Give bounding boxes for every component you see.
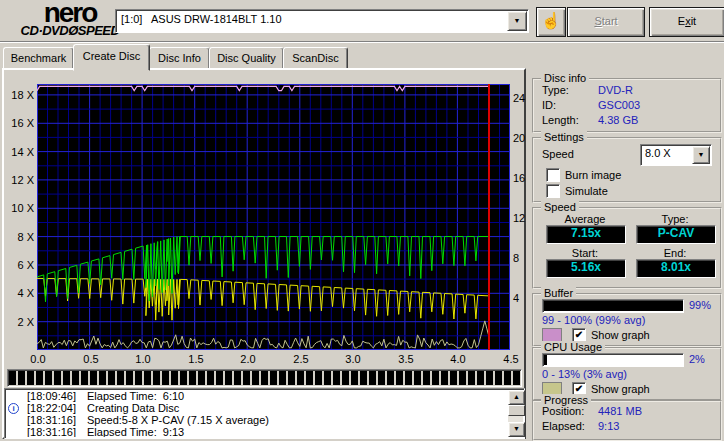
x-axis-tick: 4.5 — [500, 353, 522, 365]
tab-disc-quality[interactable]: Disc Quality — [209, 47, 284, 70]
y-axis-left-tick: 16 X — [11, 117, 34, 129]
x-axis-tick: 4.0 — [447, 353, 469, 365]
drive-select-arrow-button[interactable]: ▼ — [507, 11, 527, 31]
write-type-label: Type: — [636, 213, 714, 225]
x-axis-tick: 2.5 — [290, 353, 312, 365]
start-label: tart — [602, 15, 618, 27]
y-axis-right-tick: 20 — [513, 132, 525, 144]
buffer-percent: 99% — [689, 299, 711, 311]
x-axis-tick: 0.0 — [27, 353, 49, 365]
toolbar-separator — [0, 41, 724, 43]
tab-create-disc[interactable]: Create Disc — [73, 44, 150, 71]
exit-label: it — [691, 15, 697, 27]
tab-disc-info[interactable]: Disc Info — [149, 47, 210, 70]
total-progress-bar — [7, 369, 522, 387]
tab-benchmark[interactable]: Benchmark — [3, 47, 74, 70]
x-axis-labels: 0.00.51.01.52.02.53.03.54.04.5 — [0, 353, 530, 365]
speed-select-label: Speed — [542, 148, 574, 160]
log-lines: [18:09:46]Elapsed Time: 6:10 i[18:22:04]… — [8, 390, 505, 437]
average-speed-display: 7.15x — [546, 225, 626, 244]
disc-length-value: 4.38 GB — [598, 114, 638, 126]
y-axis-left-tick: 18 X — [11, 89, 34, 101]
disc-type-value: DVD-R — [598, 84, 633, 96]
drive-select-value: [1:0] ASUS DRW-1814BLT 1.10 — [121, 13, 282, 25]
y-axis-left-tick: 2 X — [17, 316, 34, 328]
tab-scandisc[interactable]: ScanDisc — [283, 47, 348, 70]
log-line: [18:31:16]Elapsed Time: 9:13 — [8, 426, 505, 437]
hand-tool-button[interactable]: ☝ — [536, 7, 566, 37]
logo-speed: SPEED — [78, 23, 120, 38]
buffer-fill — [544, 301, 683, 311]
log-box: [18:09:46]Elapsed Time: 6:10 i[18:22:04]… — [4, 388, 525, 439]
cpu-percent: 2% — [689, 353, 705, 365]
disc-type-label: Type: — [542, 84, 569, 96]
drive-select[interactable]: [1:0] ASUS DRW-1814BLT 1.10 ▼ — [115, 9, 529, 33]
log-scrollbar-up-button[interactable]: ▲ — [508, 390, 525, 405]
arrow-up-icon: ▲ — [513, 393, 520, 400]
buffer-bar — [542, 299, 684, 313]
buffer-show-graph-checkbox[interactable]: ✔ — [572, 328, 586, 342]
buffer-range: 99 - 100% (99% avg) — [542, 314, 645, 326]
simulate-label: Simulate — [565, 185, 608, 197]
elapsed-value: 9:13 — [598, 420, 619, 432]
arrow-down-icon: ▼ — [513, 425, 520, 432]
log-scrollbar[interactable]: ▲ ▼ — [508, 390, 523, 437]
y-axis-left-tick: 10 X — [11, 202, 34, 214]
chevron-down-icon: ▼ — [698, 151, 705, 158]
buffer-show-graph-label: Show graph — [591, 329, 650, 341]
y-axis-right-tick: 16 — [513, 172, 525, 184]
x-axis-tick: 2.0 — [237, 353, 259, 365]
simulate-checkbox[interactable] — [546, 184, 560, 198]
speed-select-arrow-button[interactable]: ▼ — [692, 146, 710, 164]
elapsed-label: Elapsed: — [542, 420, 585, 432]
log-time: [18:31:16] — [21, 415, 76, 426]
x-axis-tick: 1.0 — [132, 353, 154, 365]
write-type-display: P-CAV — [636, 225, 716, 244]
disc-length-label: Length: — [542, 114, 579, 126]
total-progress-fill — [9, 371, 521, 385]
log-time: [18:31:16] — [21, 427, 76, 438]
disc-id-label: ID: — [542, 99, 556, 111]
speed-group: Speed Average Type: 7.15x P-CAV Start: E… — [532, 207, 722, 289]
info-icon: i — [8, 402, 21, 414]
y-axis-left-tick: 14 X — [11, 146, 34, 158]
log-line: i[18:22:04]Creating Data Disc — [8, 402, 505, 414]
log-scrollbar-thumb[interactable] — [508, 405, 525, 416]
exit-button[interactable]: Exit — [649, 7, 724, 37]
y-axis-left-tick: 4 X — [17, 287, 34, 299]
log-time: [18:22:04] — [21, 403, 76, 414]
disc-symbol-icon: Ø — [68, 23, 78, 38]
start-speed-label: Start: — [546, 247, 624, 259]
cpu-range: 0 - 13% (3% avg) — [542, 368, 627, 380]
cpu-show-graph-label: Show graph — [591, 383, 650, 395]
log-time: [18:09:46] — [21, 391, 76, 402]
y-axis-right-tick: 12 — [513, 212, 525, 224]
y-axis-left-tick: 8 X — [17, 231, 34, 243]
speed-select-value: 8.0 X — [645, 147, 671, 159]
start-label-accel: S — [594, 15, 601, 27]
x-axis-tick: 0.5 — [80, 353, 102, 365]
log-text: Elapsed Time: 6:10 — [87, 391, 184, 402]
chevron-down-icon: ▼ — [514, 17, 521, 24]
position-label: Position: — [542, 405, 584, 417]
burn-image-label: Burn image — [565, 169, 621, 181]
average-speed-label: Average — [546, 213, 624, 225]
x-axis-tick: 1.5 — [185, 353, 207, 365]
burn-image-checkbox[interactable] — [546, 168, 560, 182]
buffer-group: Buffer 99% 99 - 100% (99% avg) ✔ Show gr… — [532, 293, 722, 347]
y-axis-left-tick: 12 X — [11, 174, 34, 186]
y-axis-left-tick: 6 X — [17, 259, 34, 271]
end-speed-label: End: — [636, 247, 714, 259]
disc-info-group: Disc info Type: DVD-R ID: GSC003 Length:… — [532, 78, 722, 133]
x-axis-tick: 3.0 — [342, 353, 364, 365]
start-button[interactable]: Start — [567, 7, 645, 37]
y-axis-right-labels: 2420161284 — [513, 84, 527, 350]
log-text: Speed:5-8 X P-CAV (7.15 X average) — [87, 415, 269, 426]
start-speed-display: 5.16x — [546, 259, 626, 278]
log-text: Creating Data Disc — [87, 403, 179, 414]
log-line: [18:31:16]Speed:5-8 X P-CAV (7.15 X aver… — [8, 414, 505, 426]
speed-chart — [37, 84, 510, 350]
speed-select[interactable]: 8.0 X ▼ — [640, 144, 712, 166]
log-scrollbar-down-button[interactable]: ▼ — [508, 422, 525, 437]
cpu-bar — [542, 353, 684, 367]
